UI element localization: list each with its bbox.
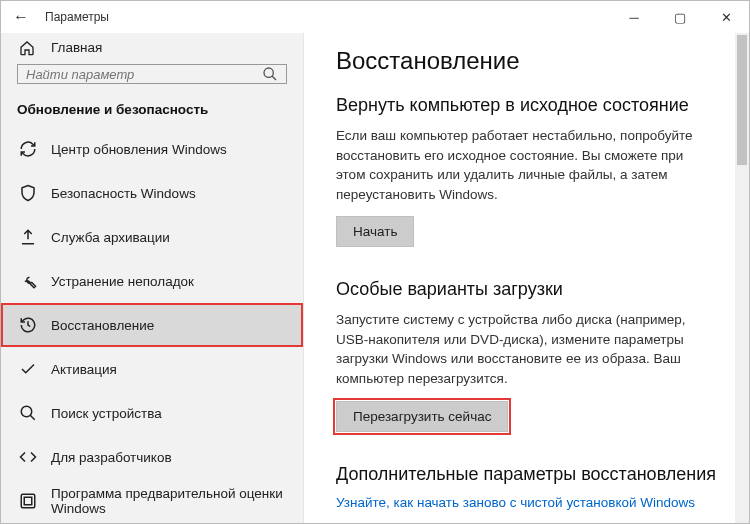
sidebar-item-search[interactable]: Поиск устройства (1, 391, 303, 435)
refresh-icon (19, 140, 37, 158)
insider-icon (19, 492, 37, 510)
sidebar-item-history[interactable]: Восстановление (1, 303, 303, 347)
history-icon (19, 316, 37, 334)
home-label: Главная (51, 40, 102, 55)
sidebar-item-label: Устранение неполадок (51, 274, 194, 289)
sidebar: Главная Обновление и безопасность Центр … (1, 33, 304, 523)
sidebar-item-shield[interactable]: Безопасность Windows (1, 171, 303, 215)
home-icon (19, 40, 35, 56)
svg-line-3 (30, 415, 35, 420)
titlebar: ← Параметры ─ ▢ ✕ (1, 1, 749, 33)
sidebar-item-refresh[interactable]: Центр обновления Windows (1, 127, 303, 171)
svg-point-2 (21, 406, 32, 417)
sidebar-item-check[interactable]: Активация (1, 347, 303, 391)
sidebar-item-label: Восстановление (51, 318, 154, 333)
reset-heading: Вернуть компьютер в исходное состояние (336, 95, 721, 116)
restart-now-button[interactable]: Перезагрузить сейчас (336, 401, 508, 432)
content-scroll: Восстановление Вернуть компьютер в исход… (304, 33, 749, 523)
sidebar-item-label: Программа предварительной оценки Windows (51, 486, 303, 516)
sidebar-item-dev[interactable]: Для разработчиков (1, 435, 303, 479)
advanced-heading: Особые варианты загрузки (336, 279, 721, 300)
sidebar-item-insider[interactable]: Программа предварительной оценки Windows (1, 479, 303, 523)
home-nav[interactable]: Главная (1, 37, 303, 58)
shield-icon (19, 184, 37, 202)
sidebar-item-upload[interactable]: Служба архивации (1, 215, 303, 259)
search-box[interactable] (17, 64, 287, 84)
svg-rect-4 (21, 494, 35, 508)
dev-icon (19, 448, 37, 466)
sidebar-item-label: Центр обновления Windows (51, 142, 227, 157)
sidebar-item-label: Для разработчиков (51, 450, 172, 465)
more-heading: Дополнительные параметры восстановления (336, 464, 721, 485)
reset-start-button[interactable]: Начать (336, 216, 414, 247)
sidebar-item-label: Безопасность Windows (51, 186, 196, 201)
wrench-icon (19, 272, 37, 290)
close-button[interactable]: ✕ (703, 1, 749, 33)
scrollbar[interactable] (735, 33, 749, 523)
sidebar-item-label: Поиск устройства (51, 406, 162, 421)
section-title: Обновление и безопасность (1, 98, 303, 127)
back-button[interactable]: ← (9, 8, 33, 26)
window-controls: ─ ▢ ✕ (611, 1, 749, 33)
nav-list: Центр обновления WindowsБезопасность Win… (1, 127, 303, 523)
sidebar-item-label: Служба архивации (51, 230, 170, 245)
advanced-desc: Запустите систему с устройства либо диск… (336, 310, 706, 388)
svg-line-1 (272, 76, 276, 80)
search-icon (19, 404, 37, 422)
body: Главная Обновление и безопасность Центр … (1, 33, 749, 523)
search-input[interactable] (26, 67, 262, 82)
reset-desc: Если ваш компьютер работает нестабильно,… (336, 126, 706, 204)
svg-point-0 (264, 68, 273, 77)
sidebar-item-wrench[interactable]: Устранение неполадок (1, 259, 303, 303)
content-area: Восстановление Вернуть компьютер в исход… (304, 33, 749, 523)
settings-window: ← Параметры ─ ▢ ✕ Главная Обновление и б… (0, 0, 750, 524)
upload-icon (19, 228, 37, 246)
sidebar-item-label: Активация (51, 362, 117, 377)
window-title: Параметры (45, 10, 109, 24)
page-title: Восстановление (336, 47, 721, 75)
check-icon (19, 360, 37, 378)
search-icon (262, 66, 278, 82)
maximize-button[interactable]: ▢ (657, 1, 703, 33)
fresh-start-link[interactable]: Узнайте, как начать заново с чистой уста… (336, 495, 721, 510)
minimize-button[interactable]: ─ (611, 1, 657, 33)
svg-rect-5 (24, 497, 32, 505)
scrollbar-thumb[interactable] (737, 35, 747, 165)
